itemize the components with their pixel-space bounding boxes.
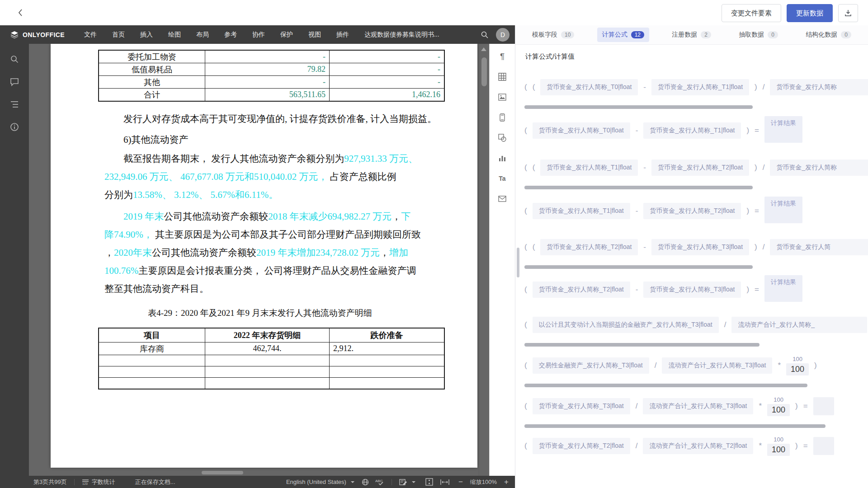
row-value-cell[interactable]: -	[330, 50, 445, 63]
menu-item-7[interactable]: 协作	[245, 25, 273, 44]
menu-item-9[interactable]: 视图	[301, 25, 329, 44]
menu-item-11[interactable]: 达观数据债券募集说明书...	[357, 25, 447, 44]
formula-row[interactable]: ((货币资金_发行人简称_T1|float-货币资金_发行人简称_T2|floa…	[524, 158, 868, 178]
calc-result-box-clipped[interactable]	[813, 397, 834, 415]
field-tag[interactable]: 货币资金_发行人简称	[770, 79, 868, 95]
textart-settings-icon[interactable]: Ta	[497, 173, 508, 184]
formula-horizontal-scrollbar[interactable]	[524, 384, 807, 387]
formula-row[interactable]: (货币资金_发行人简称_T2|float-货币资金_发行人简称_T3|float…	[524, 280, 868, 300]
field-tag[interactable]: 货币资金_发行人简称_T0|float	[540, 79, 638, 95]
menu-item-5[interactable]: 布局	[189, 25, 217, 44]
track-changes-button[interactable]	[399, 479, 415, 486]
row-label-cell[interactable]: 委托加工物资	[99, 50, 205, 63]
field-tag[interactable]: 流动资产合计_发行人简称_T3|float	[662, 357, 772, 374]
user-avatar[interactable]: D	[496, 28, 509, 42]
menu-item-10[interactable]: 插件	[329, 25, 357, 44]
document-language-button[interactable]	[362, 479, 369, 486]
row-value-cell[interactable]: -	[330, 63, 445, 76]
formula-row[interactable]: ((货币资金_发行人简称_T2|float-货币资金_发行人简称_T3|floa…	[524, 237, 868, 257]
fit-width-button[interactable]	[440, 479, 449, 485]
table-cell[interactable]	[205, 378, 330, 389]
menu-item-6[interactable]: 参考	[217, 25, 245, 44]
menu-item-4[interactable]: 绘图	[160, 25, 189, 44]
zoom-level[interactable]: 缩放100%	[470, 478, 497, 486]
fit-page-button[interactable]	[425, 478, 433, 486]
field-tag[interactable]: 货币资金_发行人简称_T1|float	[643, 122, 741, 139]
row-value-cell[interactable]: -	[330, 76, 445, 89]
search-panel-icon[interactable]	[10, 55, 19, 64]
menu-item-1[interactable]: 文件	[76, 25, 104, 44]
image-settings-icon[interactable]	[497, 92, 508, 103]
table-cell[interactable]	[99, 355, 205, 366]
chart-settings-icon[interactable]	[497, 153, 508, 164]
field-tag[interactable]: 货币资金_发行人简称_T2|float	[643, 203, 741, 219]
tab-抽取数据[interactable]: 抽取数据0	[734, 28, 783, 42]
headerfooter-settings-icon[interactable]	[497, 112, 508, 123]
table-cell[interactable]	[205, 355, 330, 366]
page-indicator[interactable]: 第3页共99页	[33, 478, 67, 486]
row-value-cell[interactable]: -	[205, 76, 330, 89]
vertical-scrollbar-thumb[interactable]	[481, 57, 487, 86]
formula-row[interactable]: (货币资金_发行人简称_T3|float/流动资产合计_发行人简称_T3|flo…	[524, 396, 868, 416]
calc-result-box[interactable]: 计算结果	[764, 197, 802, 223]
document-page[interactable]: 委托加工物资--低值易耗品79.82-其他--合计563,511.651,462…	[51, 44, 477, 468]
menu-item-3[interactable]: 插入	[132, 25, 160, 44]
scroll-up-arrow-icon[interactable]	[481, 47, 486, 51]
field-tag[interactable]: 货币资金_发行人简称_T3|float	[533, 398, 630, 414]
formula-row[interactable]: (货币资金_发行人简称_T0|float-货币资金_发行人简称_T1|float…	[524, 121, 868, 141]
formula-row[interactable]: (以公计且其变动计入当期损益的金融资产_发行人简称_T3|float/流动资产合…	[524, 315, 868, 335]
shape-settings-icon[interactable]	[497, 132, 508, 143]
tab-注册数据[interactable]: 注册数据2	[667, 28, 716, 42]
field-tag[interactable]: 货币资金_发行人简称	[770, 160, 868, 176]
row-label-cell[interactable]: 合计	[99, 89, 205, 102]
horizontal-scrollbar-thumb[interactable]	[202, 471, 243, 474]
field-tag[interactable]: 货币资金_发行人简称_T3|float	[643, 282, 741, 298]
back-button[interactable]	[15, 7, 26, 18]
panel-scrollbar-thumb[interactable]	[517, 248, 519, 277]
language-selector[interactable]: English (United States)	[286, 479, 354, 485]
field-tag[interactable]: 货币资金_发行人简称_T2|float	[651, 160, 749, 176]
formula-horizontal-scrollbar[interactable]	[524, 186, 753, 189]
formula-row[interactable]: (交易性金融资产_发行人简称_T3|float/流动资产合计_发行人简称_T3|…	[524, 356, 868, 375]
spellcheck-button[interactable]: ABC	[375, 479, 384, 486]
document-canvas[interactable]: 委托加工物资--低值易耗品79.82-其他--合计563,511.651,462…	[29, 44, 479, 476]
row-value-cell[interactable]: 1,462.16	[330, 89, 445, 102]
paragraph-settings-icon[interactable]: ¶	[497, 51, 508, 62]
table-cell[interactable]	[205, 366, 330, 378]
table-cell[interactable]	[330, 378, 445, 389]
field-tag[interactable]: 货币资金_发行人简称_T2|float	[540, 239, 638, 255]
row-value-cell[interactable]: 79.82	[205, 63, 330, 76]
vertical-scrollbar[interactable]	[479, 44, 489, 476]
row-label-cell[interactable]: 低值易耗品	[99, 63, 205, 76]
tab-模板字段[interactable]: 模板字段10	[527, 28, 579, 42]
calc-result-box[interactable]: 计算结果	[764, 275, 802, 302]
field-tag[interactable]: 货币资金_发行人简	[770, 239, 868, 255]
update-data-button[interactable]: 更新数据	[787, 4, 833, 22]
formula-horizontal-scrollbar[interactable]	[524, 343, 760, 347]
field-tag[interactable]: 货币资金_发行人简称_T1|float	[540, 160, 638, 176]
navigation-panel-icon[interactable]	[10, 100, 19, 109]
field-tag[interactable]: 货币资金_发行人简称_T1|float	[651, 79, 749, 95]
table-cell[interactable]	[99, 378, 205, 389]
table-cell[interactable]: 462,744.	[205, 343, 330, 355]
menu-item-8[interactable]: 保护	[273, 25, 301, 44]
zoom-out-button[interactable]: −	[458, 478, 463, 487]
field-tag[interactable]: 流动资产合计_发行人简称_T2|float	[643, 438, 753, 454]
formula-row[interactable]: (货币资金_发行人简称_T1|float-货币资金_发行人简称_T2|float…	[524, 201, 868, 221]
formula-horizontal-scrollbar[interactable]	[524, 424, 826, 428]
calc-result-box-clipped[interactable]	[813, 437, 834, 455]
field-tag[interactable]: 交易性金融资产_发行人简称_T3|float	[533, 357, 649, 374]
formula-row[interactable]: ((货币资金_发行人简称_T0|float-货币资金_发行人简称_T1|floa…	[524, 77, 868, 97]
field-tag[interactable]: 流动资产合计_发行人简称_T3|float	[643, 398, 753, 414]
table-cell[interactable]: 库存商	[99, 343, 205, 355]
change-file-elements-button[interactable]: 变更文件要素	[722, 4, 781, 22]
menu-item-2[interactable]: 首页	[104, 25, 132, 44]
table-cell[interactable]	[330, 355, 445, 366]
field-tag[interactable]: 货币资金_发行人简称_T2|float	[533, 282, 630, 298]
field-tag[interactable]: 流动资产合计_发行人简称_	[731, 317, 867, 333]
zoom-in-button[interactable]: +	[504, 478, 509, 487]
table-cell[interactable]	[99, 366, 205, 378]
about-panel-icon[interactable]	[10, 122, 19, 131]
field-tag[interactable]: 货币资金_发行人简称_T3|float	[651, 239, 749, 255]
row-value-cell[interactable]: 563,511.65	[205, 89, 330, 102]
